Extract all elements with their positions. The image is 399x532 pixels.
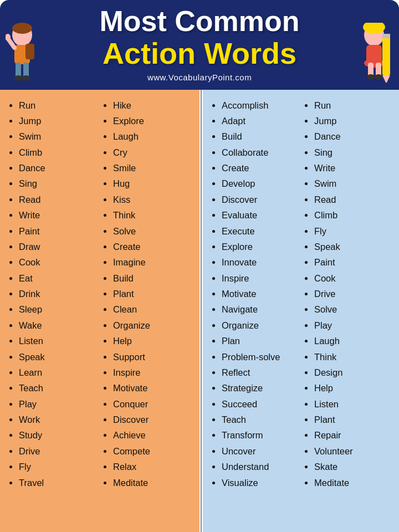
list-item: Visualize (222, 475, 298, 490)
list-item: Write (19, 207, 96, 223)
list-item: Succeed (222, 396, 298, 412)
list-item: Draw (19, 239, 96, 254)
list-item: Hike (113, 98, 191, 113)
list-item: Inspire (222, 270, 298, 286)
list-item: Explore (222, 239, 298, 254)
list-item: Think (113, 207, 191, 223)
svg-point-6 (14, 75, 22, 81)
list-item: Adapt (222, 113, 298, 129)
list-item: Read (314, 192, 390, 207)
list-item: Jump (314, 113, 390, 129)
list-item: Discover (222, 192, 298, 207)
list-item: Develop (222, 176, 298, 191)
list-item: Solve (113, 223, 191, 239)
list-item: Help (113, 333, 191, 349)
list-item: Paint (19, 223, 96, 239)
right-col-2: RunJumpDanceSingWriteSwimReadClimbFlySpe… (301, 98, 393, 532)
list-item: Achieve (113, 427, 191, 443)
list-item: Climb (19, 145, 96, 160)
character-right (344, 23, 393, 90)
list-item: Read (19, 192, 96, 207)
list-item: Navigate (222, 301, 298, 317)
list-item: Listen (19, 333, 96, 349)
panel-divider (201, 90, 202, 532)
svg-rect-20 (382, 34, 390, 38)
list-item: Problem-solve (222, 349, 298, 365)
list-item: Write (314, 160, 390, 176)
list-item: Sleep (19, 301, 96, 317)
list-item: Explore (113, 113, 191, 129)
list-item: Laugh (314, 333, 390, 349)
list-item: Plant (314, 412, 390, 427)
list-item: Volunteer (314, 443, 390, 459)
list-item: Drive (19, 443, 96, 459)
list-item: Fly (314, 223, 390, 239)
list-item: Dance (19, 160, 96, 176)
list-item: Accomplish (222, 98, 298, 113)
list-item: Conquer (113, 396, 191, 412)
list-item: Organize (222, 318, 298, 333)
list-item: Meditate (314, 475, 390, 490)
list-item: Wake (19, 318, 96, 333)
list-item: Cook (314, 270, 390, 286)
character-left (6, 23, 55, 90)
list-item: Imagine (113, 254, 191, 270)
list-item: Hug (113, 176, 191, 191)
list-item: Run (19, 98, 96, 113)
list-item: Design (314, 365, 390, 380)
left-col-2: HikeExploreLaughCrySmileHugKissThinkSolv… (100, 98, 194, 532)
list-item: Uncover (222, 443, 298, 459)
list-item: Discover (113, 412, 191, 427)
svg-point-7 (22, 75, 30, 81)
list-item: Paint (314, 254, 390, 270)
list-item: Motivate (222, 286, 298, 301)
list-item: Transform (222, 427, 298, 443)
content-area: RunJumpSwimClimbDanceSingReadWritePaintD… (0, 90, 399, 532)
list-item: Kiss (113, 192, 191, 207)
list-item: Solve (314, 301, 390, 317)
header-url: www.VocabularyPoint.com (11, 73, 388, 82)
left-col-1: RunJumpSwimClimbDanceSingReadWritePaintD… (6, 98, 100, 532)
list-item: Motivate (113, 380, 191, 396)
list-item: Create (222, 160, 298, 176)
list-item: Execute (222, 223, 298, 239)
list-item: Listen (314, 396, 390, 412)
list-item: Eat (19, 270, 96, 286)
list-item: Inspire (113, 365, 191, 380)
header-title-sub: Action Words (11, 37, 388, 70)
list-item: Evaluate (222, 207, 298, 223)
list-item: Fly (19, 459, 96, 474)
list-item: Teach (19, 380, 96, 396)
list-item: Innovate (222, 254, 298, 270)
header: Most Common Action Words www.VocabularyP… (0, 0, 399, 90)
list-item: Plant (113, 286, 191, 301)
list-item: Clean (113, 301, 191, 317)
list-item: Cook (19, 254, 96, 270)
list-item: Compete (113, 443, 191, 459)
svg-point-16 (367, 74, 375, 80)
list-item: Study (19, 427, 96, 443)
list-item: Swim (314, 176, 390, 191)
svg-point-17 (375, 74, 382, 80)
list-item: Understand (222, 459, 298, 474)
list-item: Play (314, 318, 390, 333)
header-title-main: Most Common (11, 6, 388, 37)
list-item: Play (19, 396, 96, 412)
list-item: Drink (19, 286, 96, 301)
list-item: Plan (222, 333, 298, 349)
list-item: Organize (113, 318, 191, 333)
list-item: Strategize (222, 380, 298, 396)
list-item: Learn (19, 365, 96, 380)
list-item: Laugh (113, 129, 191, 144)
list-item: Speak (19, 349, 96, 365)
list-item: Sing (19, 176, 96, 191)
right-col-1: AccomplishAdaptBuildCollaborateCreateDev… (208, 98, 301, 532)
svg-marker-19 (382, 75, 390, 84)
svg-point-1 (12, 23, 32, 34)
list-item: Swim (19, 129, 96, 144)
list-item: Climb (314, 207, 390, 223)
list-item: Think (314, 349, 390, 365)
list-item: Build (222, 129, 298, 144)
list-item: Support (113, 349, 191, 365)
list-item: Teach (222, 412, 298, 427)
